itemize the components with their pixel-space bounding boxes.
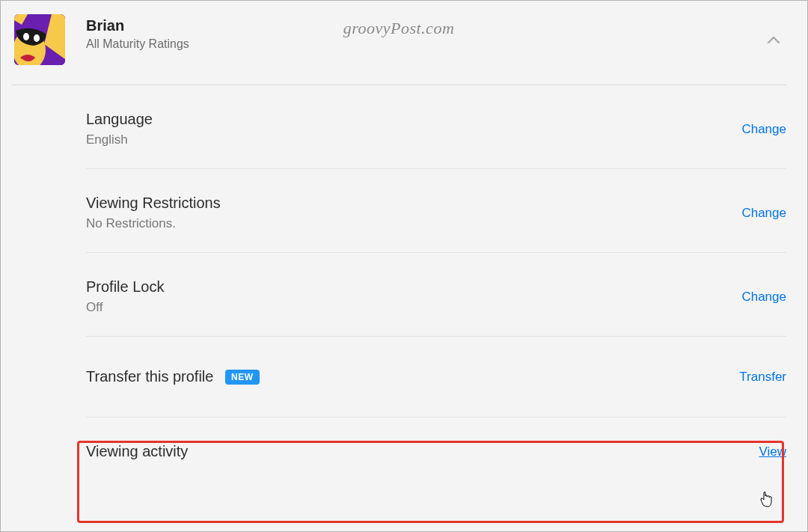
svg-point-3: [34, 34, 40, 42]
row-viewing-restrictions: Viewing Restrictions No Restrictions. Ch…: [86, 169, 786, 253]
profile-maturity: All Maturity Ratings: [86, 37, 189, 51]
language-change-link[interactable]: Change: [741, 122, 786, 137]
viewing-activity-view-link[interactable]: View: [759, 444, 786, 459]
collapse-toggle[interactable]: [765, 32, 782, 49]
viewing-activity-title: Viewing activity: [86, 443, 188, 460]
watermark-text: groovyPost.com: [343, 19, 455, 38]
profile-header: Brian All Maturity Ratings groovyPost.co…: [11, 8, 786, 80]
restrictions-value: No Restrictions.: [86, 216, 221, 231]
profile-lock-change-link[interactable]: Change: [741, 290, 786, 305]
profile-name: Brian: [86, 17, 189, 34]
row-transfer-profile: Transfer this profile NEW Transfer: [86, 337, 786, 418]
transfer-title: Transfer this profile NEW: [86, 368, 260, 385]
profile-lock-value: Off: [86, 300, 165, 315]
transfer-link[interactable]: Transfer: [739, 370, 786, 385]
settings-list: Language English Change Viewing Restrict…: [86, 85, 786, 481]
restrictions-change-link[interactable]: Change: [741, 206, 786, 221]
chevron-up-icon: [765, 32, 782, 49]
restrictions-title: Viewing Restrictions: [86, 195, 221, 212]
transfer-title-text: Transfer this profile: [86, 368, 213, 385]
row-language: Language English Change: [86, 85, 786, 169]
row-profile-lock: Profile Lock Off Change: [86, 253, 786, 337]
new-badge: NEW: [225, 370, 260, 385]
row-viewing-activity: Viewing activity View: [86, 418, 786, 481]
avatar: [14, 14, 65, 65]
language-value: English: [86, 132, 153, 147]
svg-point-2: [23, 33, 29, 40]
cursor-pointer-icon: [759, 491, 773, 510]
profile-lock-title: Profile Lock: [86, 278, 165, 296]
language-title: Language: [86, 111, 153, 128]
